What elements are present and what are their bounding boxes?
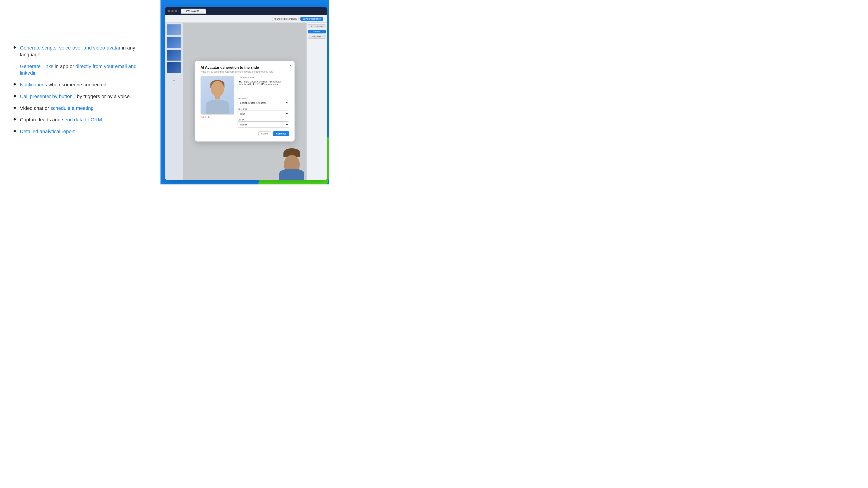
text-by-triggers: , by triggers or by a voice. (74, 94, 131, 99)
avatar-neck (215, 95, 220, 99)
text-in-app: in app or (55, 63, 75, 69)
avatar-silhouette (201, 77, 234, 114)
bullet-text-5: Video chat or schedule a meeting (20, 105, 147, 112)
slide-main-area: × AI Avatatar generetion to the slide Vi… (183, 23, 307, 180)
avatar-photo-box: Delete 🗑 (200, 76, 235, 136)
text-notifications: Notifications (20, 82, 47, 88)
mood-field-group: Mood * friendly professional excited (238, 119, 289, 128)
language-field-group: Language * English (United Kingdom) Engl… (238, 97, 289, 106)
tab-pitch-avatar[interactable]: Pitch Avatar × (181, 8, 206, 13)
tab-close-icon[interactable]: × (201, 10, 202, 12)
bullet-text-4: Call presenter by button , by triggers o… (20, 93, 147, 100)
dot-1 (168, 10, 170, 12)
text-generate-scripts: Generate scripts, voice-over and video-a… (20, 45, 121, 51)
slide-thumb-4[interactable] (167, 62, 181, 73)
element-button[interactable]: Element (308, 30, 326, 33)
bullet-text-2: Generate links in app or directly from y… (20, 63, 147, 77)
modal-title: AI Avatatar generetion to the slide (200, 65, 289, 70)
app-body: + × AI Avatatar generetion to the slide … (165, 23, 327, 180)
text-video-chat: Video chat or (20, 105, 51, 111)
voice-select[interactable]: Ryan Sarah James (238, 111, 289, 117)
slide-thumb-1[interactable] (167, 24, 181, 35)
mood-label: Mood * (238, 119, 289, 121)
list-item-3: Notifications when someone connected (13, 81, 147, 88)
feature-list: Generate scripts, voice-over and video-a… (13, 44, 147, 140)
slide-thumbnails: + (165, 23, 183, 180)
right-app-panel: About the slide Element Long script (307, 23, 327, 180)
dot-2 (171, 10, 174, 12)
modal-close-button[interactable]: × (289, 64, 291, 68)
save-presentation-button[interactable]: Save presentation (301, 17, 323, 21)
text-call-presenter: Call presenter by button (20, 94, 73, 99)
list-item-2: Generate links in app or directly from y… (20, 63, 147, 77)
text-schedule-meeting: schedule a meeting (51, 105, 94, 111)
add-slide-icon: + (173, 78, 176, 83)
long-script-button[interactable]: Long script (308, 35, 326, 39)
avatar-photo (200, 76, 235, 115)
text-capture-leads: Capture leads and (20, 117, 62, 123)
text-send-data-crm: send data to CRM (62, 117, 102, 123)
title-bar: Pitch Avatar × (165, 7, 327, 16)
app-toolbar: 🗑 Delete presentation Save presentation (165, 16, 327, 23)
dot-3 (175, 10, 177, 12)
text-generate-links: Generate links (20, 63, 53, 69)
tab-label: Pitch Avatar (184, 9, 199, 13)
add-slide-button[interactable]: + (167, 75, 181, 86)
prompt-label: Enter Your Prompt (238, 76, 289, 79)
modal-content: Delete 🗑 Enter Your Prompt Hi, I'm the v… (200, 76, 289, 136)
app-window: Pitch Avatar × 🗑 Delete presentation Sav… (165, 7, 327, 180)
list-item-5: Video chat or schedule a meeting (13, 105, 147, 112)
modal-subtitle: Video will be generated automatically fr… (200, 70, 289, 73)
voice-label: Voice type * (238, 108, 289, 110)
avatar-modal: × AI Avatatar generetion to the slide Vi… (195, 61, 294, 142)
language-select[interactable]: English (United Kingdom) English (United… (238, 100, 289, 106)
delete-avatar-link[interactable]: Delete 🗑 (200, 116, 235, 118)
bullet-dot (13, 107, 16, 109)
slide-thumb-3[interactable] (167, 50, 181, 61)
window-dots (168, 10, 177, 12)
bullet-dot (13, 95, 16, 97)
modal-form: Enter Your Prompt Hi, I'm the virtual AI… (238, 76, 289, 136)
bullet-text-6: Capture leads and send data to CRM (20, 116, 147, 123)
bullet-text-7: Detailed analytical report (20, 128, 147, 135)
cancel-button[interactable]: Cancel (258, 131, 271, 136)
bullet-text-3: Notifications when someone connected (20, 81, 147, 88)
prompt-field-group: Enter Your Prompt Hi, I'm the virtual AI… (238, 76, 289, 95)
language-label: Language * (238, 97, 289, 99)
text-detailed-report: Detailed analytical report (20, 129, 74, 134)
avatar-shirt (206, 100, 229, 114)
modal-footer: Cancel Generate (238, 131, 289, 136)
delete-presentation-button[interactable]: 🗑 Delete presentation (272, 17, 299, 21)
bullet-text-1: Generate scripts, voice-over and video-a… (20, 44, 147, 58)
list-item-6: Capture leads and send data to CRM (13, 116, 147, 123)
voice-field-group: Voice type * Ryan Sarah James (238, 108, 289, 117)
list-item-4: Call presenter by button , by triggers o… (13, 93, 147, 100)
prompt-textarea[interactable]: Hi, I'm the virtual AI assistant Pitch A… (238, 79, 289, 94)
bullet-dot (13, 118, 16, 120)
left-panel: Generate scripts, voice-over and video-a… (0, 0, 160, 184)
list-item-1: Generate scripts, voice-over and video-a… (13, 44, 147, 58)
slide-thumb-2[interactable] (167, 37, 181, 48)
list-item-7: Detailed analytical report (13, 128, 147, 135)
modal-overlay: × AI Avatatar generetion to the slide Vi… (183, 23, 307, 180)
bullet-dot (13, 83, 16, 86)
right-panel: Pitch Avatar × 🗑 Delete presentation Sav… (160, 0, 329, 184)
mood-select[interactable]: friendly professional excited (238, 121, 289, 128)
bullet-dot (13, 46, 16, 49)
bullet-dot (13, 130, 16, 132)
tab-area: Pitch Avatar × (181, 8, 206, 13)
text-when-someone: when someone connected (49, 82, 106, 88)
avatar-head (211, 81, 224, 96)
generate-button[interactable]: Generate (273, 131, 289, 136)
about-slide-button[interactable]: About the slide (308, 24, 326, 28)
